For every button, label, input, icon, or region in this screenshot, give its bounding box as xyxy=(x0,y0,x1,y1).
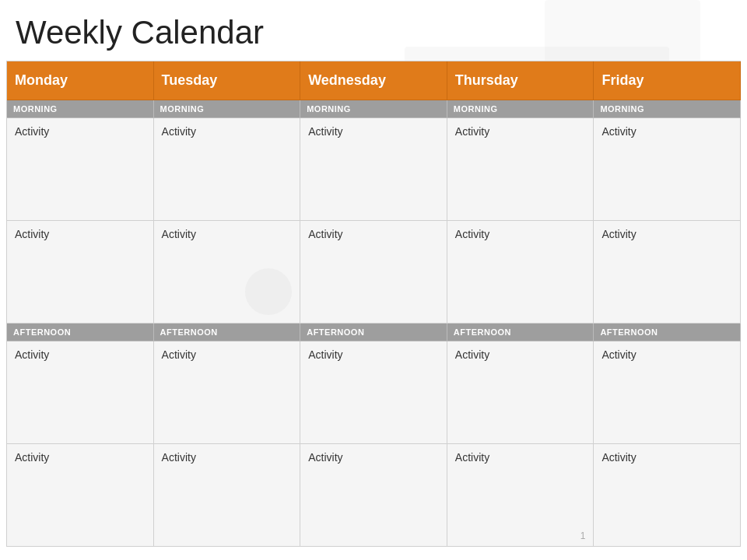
calendar-grid: Monday Tuesday Wednesday Thursday Friday… xyxy=(6,61,741,547)
activity-label: Activity xyxy=(162,125,196,138)
day-header-monday: Monday xyxy=(7,61,154,100)
activity-label: Activity xyxy=(601,348,636,361)
activity-label: Activity xyxy=(455,125,489,138)
morning-label-monday: MORNING xyxy=(7,100,154,118)
activity-label: Activity xyxy=(308,348,342,361)
afternoon-label-wednesday: AFTERNOON xyxy=(300,324,447,341)
afternoon-label-monday: AFTERNOON xyxy=(7,324,154,341)
morning-label-thursday: MORNING xyxy=(447,100,594,118)
activity-label: Activity xyxy=(601,125,636,138)
day-header-thursday: Thursday xyxy=(447,61,594,100)
cell-monday-morning-2[interactable]: Activity xyxy=(7,221,154,324)
activity-label: Activity xyxy=(15,125,49,138)
activity-label: Activity xyxy=(455,348,489,361)
activity-label: Activity xyxy=(308,451,342,464)
morning-label-wednesday: MORNING xyxy=(300,100,447,118)
cell-thursday-afternoon-2[interactable]: Activity 1 xyxy=(447,444,594,547)
activity-label: Activity xyxy=(455,228,489,240)
activity-label: Activity xyxy=(162,348,196,361)
cell-friday-afternoon-1[interactable]: Activity xyxy=(594,341,741,444)
morning-label-tuesday: MORNING xyxy=(154,100,301,118)
activity-label: Activity xyxy=(15,348,49,361)
activity-label: Activity xyxy=(308,125,342,138)
afternoon-label-thursday: AFTERNOON xyxy=(447,324,594,341)
afternoon-label-tuesday: AFTERNOON xyxy=(154,324,301,341)
day-header-friday: Friday xyxy=(594,61,741,100)
activity-label: Activity xyxy=(162,228,196,240)
activity-label: Activity xyxy=(601,451,636,464)
cell-wednesday-afternoon-1[interactable]: Activity xyxy=(300,341,447,444)
activity-label: Activity xyxy=(15,451,49,464)
cell-tuesday-morning-1[interactable]: Activity xyxy=(154,118,301,221)
afternoon-label-friday: AFTERNOON xyxy=(594,324,741,341)
cell-friday-morning-2[interactable]: Activity xyxy=(594,221,741,324)
cell-wednesday-afternoon-2[interactable]: Activity xyxy=(300,444,447,547)
day-header-wednesday: Wednesday xyxy=(300,61,447,100)
cell-thursday-afternoon-1[interactable]: Activity xyxy=(447,341,594,444)
activity-label: Activity xyxy=(455,451,489,464)
activity-label: Activity xyxy=(15,228,49,240)
cell-monday-afternoon-1[interactable]: Activity xyxy=(7,341,154,444)
day-header-tuesday: Tuesday xyxy=(154,61,301,100)
cell-wednesday-morning-1[interactable]: Activity xyxy=(300,118,447,221)
cell-friday-afternoon-2[interactable]: Activity xyxy=(594,444,741,547)
footer-number: 1 xyxy=(580,530,586,541)
cell-friday-morning-1[interactable]: Activity xyxy=(594,118,741,221)
activity-label: Activity xyxy=(162,451,196,464)
cell-tuesday-morning-2[interactable]: Activity xyxy=(154,221,301,324)
cell-tuesday-afternoon-2[interactable]: Activity xyxy=(154,444,301,547)
activity-label: Activity xyxy=(308,228,342,240)
morning-label-friday: MORNING xyxy=(594,100,741,118)
activity-label: Activity xyxy=(601,228,636,240)
cell-tuesday-afternoon-1[interactable]: Activity xyxy=(154,341,301,444)
cell-wednesday-morning-2[interactable]: Activity xyxy=(300,221,447,324)
cell-monday-morning-1[interactable]: Activity xyxy=(7,118,154,221)
cell-thursday-morning-2[interactable]: Activity xyxy=(447,221,594,324)
cell-thursday-morning-1[interactable]: Activity xyxy=(447,118,594,221)
cell-monday-afternoon-2[interactable]: Activity xyxy=(7,444,154,547)
